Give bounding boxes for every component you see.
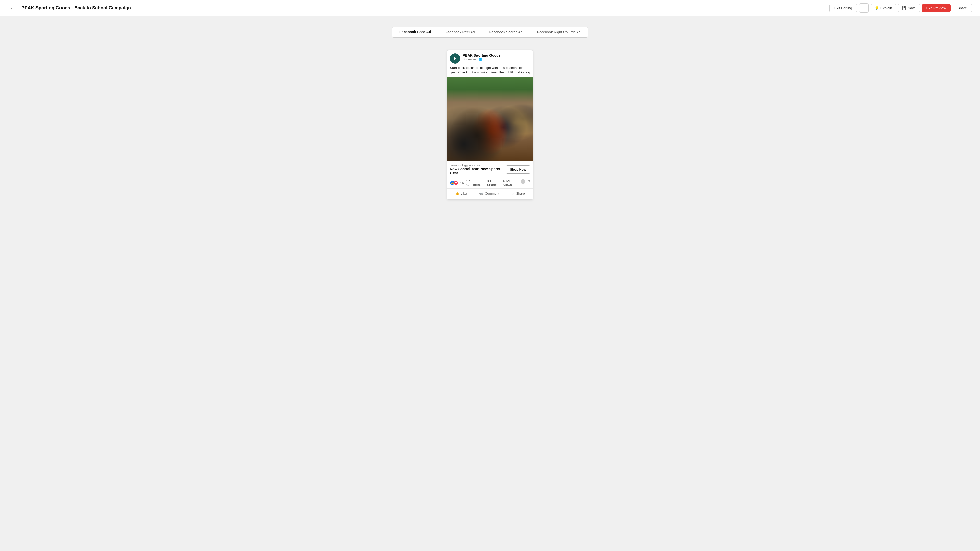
app-header: ← PEAK Sporting Goods - Back to School C… — [0, 0, 980, 16]
comment-icon: 💬 — [479, 192, 484, 195]
tab-facebook-feed[interactable]: Facebook Feed Ad — [392, 27, 438, 38]
share-icon: ↗ — [512, 192, 514, 195]
reaction-icons: 👍 ❤ — [450, 181, 458, 185]
ad-url: peaksportinggoods.com — [450, 164, 506, 167]
like-icon: 👍 — [455, 192, 459, 195]
explain-icon: 💡 — [875, 6, 879, 10]
ad-header: P PEAK Sporting Goods Sponsored 🌐 — [447, 50, 533, 65]
save-icon: 💾 — [902, 6, 906, 10]
reactions-stats: 97 Comments 39 Shares 6.6M Views ▾ — [466, 179, 530, 187]
avatar: P — [450, 53, 460, 64]
explain-button[interactable]: 💡 Explain — [871, 4, 896, 13]
ad-footer-info: peaksportinggoods.com New School Year, N… — [450, 164, 506, 175]
avatar-letter: P — [454, 56, 457, 61]
share-button[interactable]: Share — [953, 4, 972, 13]
save-button[interactable]: 💾 Save — [898, 4, 920, 13]
page-title: PEAK Sporting Goods - Back to School Cam… — [21, 5, 825, 11]
user-avatar-small — [521, 179, 525, 184]
ad-image — [447, 77, 533, 161]
comments-count: 97 Comments — [466, 179, 484, 187]
views-count: 6.6M Views — [503, 179, 518, 187]
share-label: Share — [516, 192, 525, 195]
exit-preview-button[interactable]: Exit Preview — [922, 4, 951, 12]
explain-label: Explain — [880, 6, 892, 10]
reactions-count: 1K — [460, 181, 464, 185]
ad-format-tabs: Facebook Feed Ad Facebook Reel Ad Facebo… — [392, 27, 588, 38]
baseball-gloves-image — [447, 77, 533, 161]
more-options-button[interactable]: ⋮ — [859, 3, 869, 13]
comment-action-button[interactable]: 💬 Comment — [476, 189, 502, 197]
tab-facebook-reel[interactable]: Facebook Reel Ad — [438, 27, 482, 38]
sponsored-label: Sponsored 🌐 — [463, 58, 530, 61]
like-label: Like — [461, 192, 467, 195]
ad-footer: peaksportinggoods.com New School Year, N… — [447, 161, 533, 178]
globe-icon: 🌐 — [479, 58, 482, 61]
back-button[interactable]: ← — [8, 3, 18, 13]
action-bar: 👍 Like 💬 Comment ↗ Share — [447, 189, 533, 200]
tab-facebook-right-column[interactable]: Facebook Right Column Ad — [530, 27, 587, 38]
header-actions: Exit Editing ⋮ 💡 Explain 💾 Save Exit Pre… — [829, 3, 972, 13]
ad-preview-card: P PEAK Sporting Goods Sponsored 🌐 Start … — [447, 50, 533, 200]
ad-body-text: Start back to school off right with new … — [447, 65, 533, 77]
reactions-bar: 👍 ❤ 1K 97 Comments 39 Shares 6.6M Views … — [447, 178, 533, 189]
expand-icon: ▾ — [528, 179, 530, 187]
like-action-button[interactable]: 👍 Like — [452, 189, 470, 197]
save-label: Save — [908, 6, 916, 10]
main-content: Facebook Feed Ad Facebook Reel Ad Facebo… — [0, 16, 980, 210]
tab-facebook-search[interactable]: Facebook Search Ad — [482, 27, 530, 38]
exit-editing-button[interactable]: Exit Editing — [829, 4, 857, 13]
advertiser-name: PEAK Sporting Goods — [463, 53, 530, 58]
ad-meta: PEAK Sporting Goods Sponsored 🌐 — [463, 53, 530, 61]
share-action-button[interactable]: ↗ Share — [509, 189, 528, 197]
ad-headline: New School Year, New Sports Gear — [450, 167, 506, 175]
love-reaction-icon: ❤ — [453, 181, 458, 185]
shares-count: 39 Shares — [487, 179, 500, 187]
comment-label: Comment — [485, 192, 499, 195]
shop-now-button[interactable]: Shop Now — [506, 165, 530, 174]
